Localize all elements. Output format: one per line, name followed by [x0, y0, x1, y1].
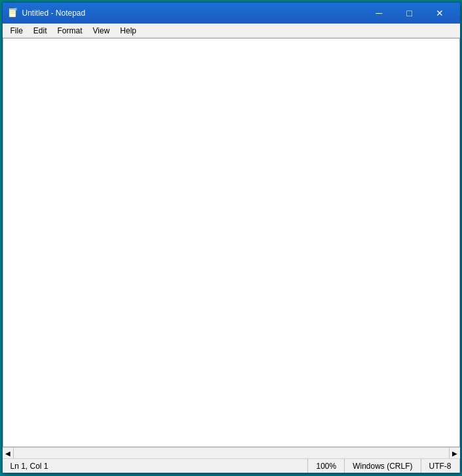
svg-rect-5: [10, 14, 15, 14]
app-icon: [8, 8, 18, 18]
scroll-right-icon: ▶: [452, 450, 457, 457]
encoding: UTF-8: [421, 459, 460, 473]
menu-file[interactable]: File: [5, 24, 28, 37]
zoom-level: 100%: [308, 459, 345, 473]
svg-rect-2: [10, 10, 15, 11]
editor-container: [3, 38, 460, 447]
scroll-right-button[interactable]: ▶: [449, 448, 460, 459]
svg-rect-1: [10, 9, 15, 10]
horizontal-scrollbar: ◀ ▶: [3, 447, 460, 458]
svg-rect-4: [10, 12, 15, 13]
menu-edit[interactable]: Edit: [28, 24, 52, 37]
notepad-window: Untitled - Notepad ─ □ ✕ File Edit Forma…: [2, 2, 461, 473]
title-bar: Untitled - Notepad ─ □ ✕: [3, 3, 460, 24]
menu-format[interactable]: Format: [52, 24, 88, 37]
scrollbar-track[interactable]: [14, 448, 449, 458]
close-button[interactable]: ✕: [425, 3, 455, 24]
cursor-position: Ln 1, Col 1: [3, 459, 309, 473]
minimize-button[interactable]: ─: [364, 3, 395, 24]
window-controls: ─ □ ✕: [364, 3, 455, 24]
window-title: Untitled - Notepad: [22, 9, 364, 18]
maximize-button[interactable]: □: [395, 3, 425, 24]
editor-textarea[interactable]: [3, 39, 459, 447]
scroll-left-icon: ◀: [5, 450, 10, 457]
menu-view[interactable]: View: [88, 24, 115, 37]
scroll-left-button[interactable]: ◀: [3, 448, 14, 459]
menu-bar: File Edit Format View Help: [3, 24, 460, 38]
menu-help[interactable]: Help: [115, 24, 142, 37]
status-bar: Ln 1, Col 1 100% Windows (CRLF) UTF-8: [3, 458, 460, 473]
svg-rect-3: [10, 12, 15, 12]
line-ending: Windows (CRLF): [345, 459, 421, 473]
